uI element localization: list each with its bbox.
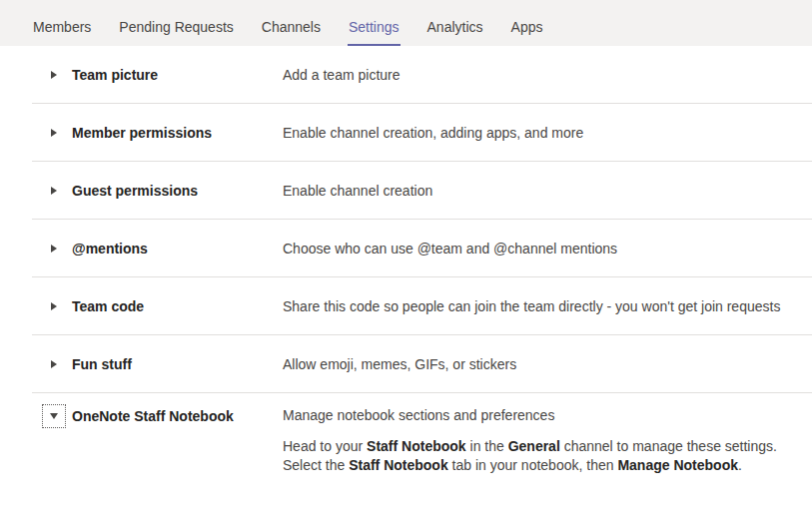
tab-analytics[interactable]: Analytics (426, 9, 484, 46)
settings-row: OneNote Staff NotebookManage notebook se… (32, 393, 812, 489)
section-detail: Share this code so people can join the t… (283, 297, 812, 315)
body-text-segment: . (738, 457, 742, 473)
tab-pending-requests[interactable]: Pending Requests (118, 9, 234, 46)
chevron-right-icon (51, 71, 57, 79)
expand-button[interactable] (42, 294, 66, 318)
section-header[interactable]: Member permissions (32, 121, 283, 145)
section-title: OneNote Staff Notebook (72, 408, 234, 424)
section-description: Allow emoji, memes, GIFs, or stickers (283, 355, 802, 373)
body-line: Head to your Staff Notebook in the Gener… (283, 437, 802, 456)
tab-bar: MembersPending RequestsChannelsSettingsA… (0, 0, 812, 46)
section-detail: Enable channel creation, adding apps, an… (283, 124, 812, 142)
section-description: Share this code so people can join the t… (283, 297, 802, 315)
section-description: Choose who can use @team and @channel me… (283, 240, 802, 257)
section-header[interactable]: Team picture (32, 63, 283, 87)
section-detail: Choose who can use @team and @channel me… (283, 240, 812, 257)
expand-button[interactable] (42, 237, 66, 260)
section-detail: Enable channel creation (283, 182, 812, 200)
chevron-right-icon (51, 245, 57, 253)
section-header[interactable]: Guest permissions (32, 179, 283, 203)
collapse-button[interactable] (42, 404, 66, 428)
chevron-right-icon (51, 129, 57, 137)
section-title: @mentions (72, 241, 148, 257)
settings-row: Guest permissionsEnable channel creation (32, 162, 812, 220)
section-header[interactable]: OneNote Staff Notebook (32, 404, 283, 428)
body-text-segment: Staff Notebook (367, 438, 466, 454)
body-text-segment: Select the (283, 457, 349, 473)
body-text-segment: in the (466, 438, 508, 454)
body-text-segment: tab in your notebook, then (448, 457, 618, 473)
chevron-right-icon (51, 302, 57, 310)
body-text-segment: General (508, 438, 560, 454)
section-title: Team picture (72, 67, 158, 83)
expand-button[interactable] (42, 121, 66, 145)
tab-settings[interactable]: Settings (348, 9, 401, 46)
section-description: Manage notebook sections and preferences (283, 406, 802, 424)
section-detail: Manage notebook sections and preferences… (283, 406, 812, 475)
section-header[interactable]: Team code (32, 294, 283, 318)
settings-row: Team pictureAdd a team picture (32, 46, 812, 104)
tab-apps[interactable]: Apps (510, 9, 544, 46)
section-description: Add a team picture (283, 66, 802, 84)
section-title: Guest permissions (72, 183, 198, 199)
body-text-segment: Manage Notebook (617, 457, 738, 473)
tab-members[interactable]: Members (32, 9, 92, 46)
body-line: Select the Staff Notebook tab in your no… (283, 456, 802, 475)
settings-row: Fun stuffAllow emoji, memes, GIFs, or st… (32, 335, 812, 393)
settings-row: Team codeShare this code so people can j… (32, 277, 812, 335)
body-text-segment: Head to your (283, 438, 367, 454)
section-title: Member permissions (72, 125, 212, 141)
expand-button[interactable] (42, 179, 66, 203)
settings-row: @mentionsChoose who can use @team and @c… (32, 220, 812, 277)
section-description: Enable channel creation (283, 182, 802, 200)
section-header[interactable]: @mentions (32, 237, 283, 260)
section-detail: Add a team picture (283, 66, 812, 84)
expand-button[interactable] (42, 352, 66, 376)
section-header[interactable]: Fun stuff (32, 352, 283, 376)
settings-list: Team pictureAdd a team pictureMember per… (0, 46, 812, 489)
section-body: Head to your Staff Notebook in the Gener… (283, 437, 802, 475)
body-text-segment: channel to manage these settings. (560, 438, 777, 454)
expand-button[interactable] (42, 63, 66, 87)
body-text-segment: Staff Notebook (349, 457, 448, 473)
section-description: Enable channel creation, adding apps, an… (283, 124, 802, 142)
chevron-right-icon (51, 360, 57, 368)
section-title: Fun stuff (72, 356, 132, 372)
settings-row: Member permissionsEnable channel creatio… (32, 104, 812, 162)
section-title: Team code (72, 298, 144, 314)
chevron-right-icon (51, 187, 57, 195)
section-detail: Allow emoji, memes, GIFs, or stickers (283, 355, 812, 373)
chevron-down-icon (50, 413, 58, 419)
tab-channels[interactable]: Channels (261, 9, 322, 46)
